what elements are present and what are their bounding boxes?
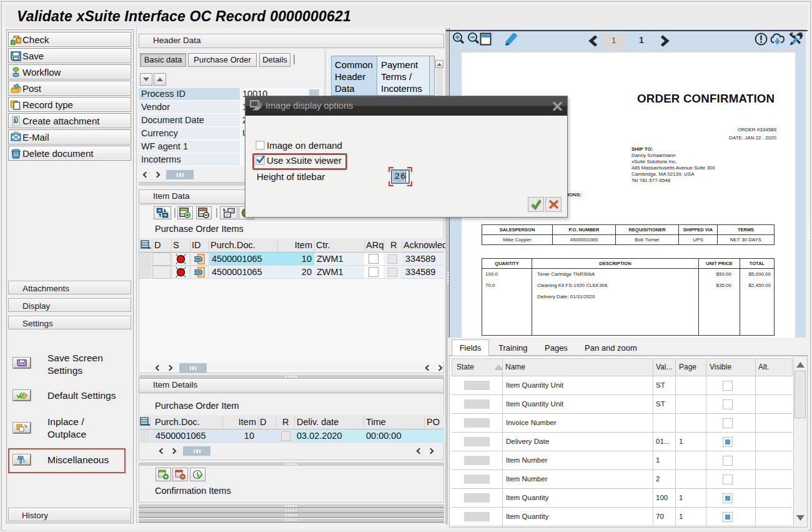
svg-text:c: c [23, 459, 26, 463]
